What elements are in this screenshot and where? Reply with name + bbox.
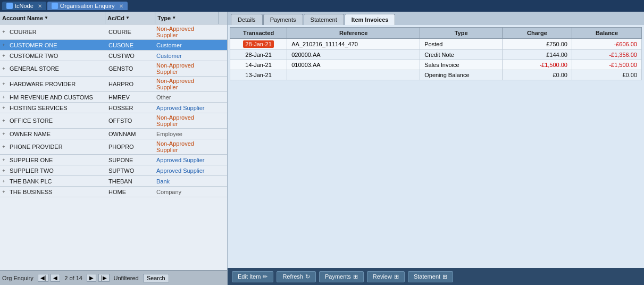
account-name-cell: HM REVENUE AND CUSTOMS <box>7 92 106 102</box>
tab-statement[interactable]: Statement <box>304 14 344 25</box>
sort-accd-icon: ▼ <box>126 15 130 20</box>
expand-icon[interactable]: + <box>0 77 7 91</box>
header-account-name[interactable]: Account Name ▼ <box>0 12 105 24</box>
tcnode-close[interactable]: ✕ <box>38 3 42 9</box>
tab-tcnode[interactable]: tcNode ✕ <box>2 2 46 10</box>
account-row[interactable]: +SUPPLIER ONESUPONEApproved Supplier <box>0 155 227 165</box>
account-list[interactable]: +COURIERCOURIENon-Approved Supplier+CUST… <box>0 24 227 270</box>
account-accd-cell: THEBAN <box>106 176 154 186</box>
review-label: Review <box>373 273 392 280</box>
expand-icon[interactable]: + <box>0 139 7 154</box>
statement-button[interactable]: Statement⊞ <box>408 271 453 282</box>
account-name-cell: OWNER NAME <box>7 129 106 139</box>
nav-next-button[interactable]: ▶ <box>87 274 96 282</box>
refresh-button[interactable]: Refresh↻ <box>277 271 316 282</box>
invoice-balance: -£1,500.00 <box>572 60 641 70</box>
account-row[interactable]: +OFFICE STOREOFFSTONon-Approved Supplier <box>0 113 227 129</box>
account-accd-cell: COURIE <box>106 24 154 39</box>
account-type-cell: Non-Approved Supplier <box>154 139 218 154</box>
account-row[interactable]: +GENERAL STOREGENSTONon-Approved Supplie… <box>0 61 227 77</box>
header-type[interactable]: Type ▼ <box>155 12 219 24</box>
account-name-cell: GENERAL STORE <box>7 61 106 76</box>
account-type-cell: Company <box>154 187 218 197</box>
invoice-row[interactable]: 14-Jan-21010003.AASales Invoice-£1,500.0… <box>230 60 642 70</box>
account-row[interactable]: +SUPPLIER TWOSUPTWOApproved Supplier <box>0 165 227 176</box>
nav-label: Org Enquiry <box>2 275 34 281</box>
account-accd-cell: OFFSTO <box>106 113 154 128</box>
account-accd-cell: HOSSER <box>106 103 154 113</box>
page-info: 2 of 14 <box>64 275 82 281</box>
account-name-cell: THE BUSINESS <box>7 187 106 197</box>
expand-icon[interactable]: + <box>0 103 7 113</box>
org-enquiry-close[interactable]: ✕ <box>119 3 123 9</box>
tab-details[interactable]: Details <box>231 14 263 25</box>
nav-last-button[interactable]: |▶ <box>98 274 110 282</box>
invoice-date: 14-Jan-21 <box>230 60 287 70</box>
account-name-cell: THE BANK PLC <box>7 176 106 186</box>
account-row[interactable]: +OWNER NAMEOWNNAMEmployee <box>0 129 227 139</box>
left-panel: Account Name ▼ Ac/Cd ▼ Type ▼ +COURIERCO… <box>0 12 228 285</box>
expand-icon[interactable]: + <box>0 92 7 102</box>
invoice-balance: £0.00 <box>572 70 641 80</box>
tcnode-icon <box>6 3 13 9</box>
refresh-label: Refresh <box>282 273 303 280</box>
expand-icon[interactable]: + <box>0 165 7 175</box>
account-accd-cell: GENSTO <box>106 61 154 76</box>
invoice-reference: 010003.AA <box>287 60 420 70</box>
account-accd-cell: CUSONE <box>106 40 154 50</box>
account-row[interactable]: +THE BANK PLCTHEBANBank <box>0 176 227 187</box>
expand-icon[interactable]: + <box>0 113 7 128</box>
expand-icon[interactable]: + <box>0 61 7 76</box>
account-row[interactable]: +PHONE PROVIDERPHOPRONon-Approved Suppli… <box>0 139 227 155</box>
filter-label: Unfiltered <box>114 275 139 281</box>
invoice-reference: 020000.AA <box>287 50 420 60</box>
header-accd[interactable]: Ac/Cd ▼ <box>105 12 155 24</box>
bottom-nav-bar: Org Enquiry ◀| ◀ 2 of 14 ▶ |▶ Unfiltered… <box>0 270 227 285</box>
org-enquiry-label: Organisation Enquiry <box>60 3 115 9</box>
edit-item-label: Edit Item <box>238 273 261 280</box>
expand-icon[interactable]: + <box>0 176 7 186</box>
tab-item-invoices[interactable]: Item Invoices <box>345 14 396 25</box>
account-row[interactable]: +HOSTING SERVICESHOSSERApproved Supplier <box>0 103 227 113</box>
col-header-charge: Charge <box>503 28 572 39</box>
invoice-row[interactable]: 13-Jan-21Opening Balance£0.00£0.00 <box>230 70 642 80</box>
nav-prev-button[interactable]: ◀ <box>51 274 60 282</box>
tabs-bar: Details Payments Statement Item Invoices <box>228 12 644 25</box>
account-name-cell: OFFICE STORE <box>7 113 106 128</box>
col-header-balance: Balance <box>572 28 641 39</box>
account-accd-cell: HARPRO <box>106 77 154 91</box>
edit-item-button[interactable]: Edit Item✏ <box>232 271 273 282</box>
invoice-table: Transacted Reference Type Charge Balance… <box>230 27 642 80</box>
review-icon: ⊞ <box>394 273 399 280</box>
invoice-charge: -£1,500.00 <box>503 60 572 70</box>
review-button[interactable]: Review⊞ <box>367 271 405 282</box>
expand-icon[interactable]: + <box>0 51 7 61</box>
tab-org-enquiry[interactable]: Organisation Enquiry ✕ <box>47 2 128 10</box>
account-type-cell: Non-Approved Supplier <box>154 77 218 91</box>
account-accd-cell: SUPTWO <box>106 165 154 175</box>
expand-icon[interactable]: + <box>0 24 7 39</box>
account-row[interactable]: +CUSTOMER TWOCUSTWOCustomer <box>0 51 227 61</box>
invoice-charge: £144.00 <box>503 50 572 60</box>
invoice-row[interactable]: 28-Jan-21020000.AACredit Note£144.00-£1,… <box>230 50 642 60</box>
org-enquiry-icon <box>52 3 58 9</box>
invoice-row[interactable]: 28-Jan-21AA_210216_111144_470Posted£750.… <box>230 39 642 50</box>
nav-first-button[interactable]: ◀| <box>38 274 49 282</box>
account-row[interactable]: +HARDWARE PROVIDERHARPRONon-Approved Sup… <box>0 77 227 92</box>
account-row[interactable]: +THE BUSINESSHOMECompany <box>0 187 227 197</box>
account-row[interactable]: +CUSTOMER ONECUSONECustomer <box>0 40 227 51</box>
account-row[interactable]: +HM REVENUE AND CUSTOMSHMREVOther <box>0 92 227 103</box>
expand-icon[interactable]: + <box>0 155 7 165</box>
expand-icon[interactable]: + <box>0 187 7 197</box>
account-name-cell: COURIER <box>7 24 106 39</box>
payments-button[interactable]: Payments⊞ <box>319 271 364 282</box>
expand-icon[interactable]: + <box>0 40 7 50</box>
account-accd-cell: HMREV <box>106 92 154 102</box>
tab-payments[interactable]: Payments <box>263 14 303 25</box>
search-button[interactable]: Search <box>143 274 169 282</box>
account-name-cell: HARDWARE PROVIDER <box>7 77 106 91</box>
statement-icon: ⊞ <box>442 273 447 280</box>
expand-icon[interactable]: + <box>0 129 7 139</box>
account-row[interactable]: +COURIERCOURIENon-Approved Supplier <box>0 24 227 40</box>
invoice-type: Opening Balance <box>420 70 503 80</box>
